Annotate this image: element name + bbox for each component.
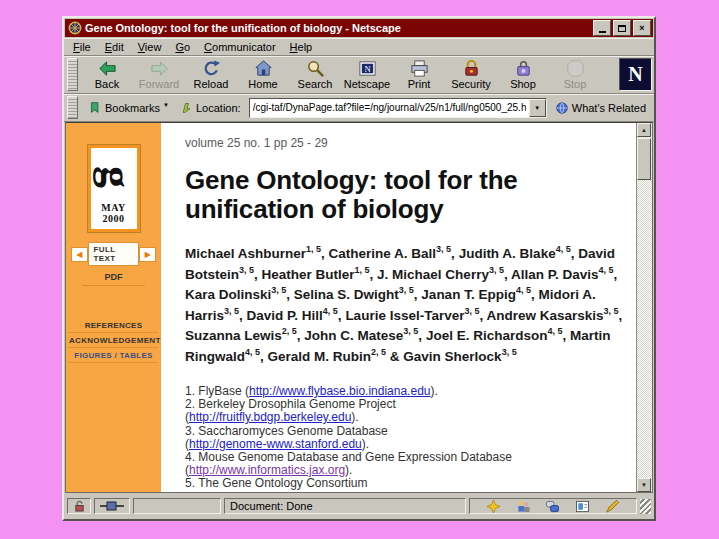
- author-affiliation-sup: 3, 5: [239, 265, 254, 275]
- resize-grip[interactable]: [640, 499, 651, 514]
- minimize-button[interactable]: [593, 20, 611, 36]
- url-input[interactable]: [250, 102, 529, 113]
- home-icon: [254, 59, 273, 78]
- menu-help[interactable]: Help: [283, 40, 320, 54]
- forward-button: Forward: [133, 58, 185, 92]
- next-article-button[interactable]: ▶: [139, 247, 156, 262]
- reload-icon: [202, 59, 221, 78]
- scroll-up-button[interactable]: ▲: [637, 123, 651, 137]
- security-button[interactable]: Security: [445, 58, 497, 92]
- issue-year: 2000: [103, 213, 125, 224]
- footnote-text: 1. FlyBase (: [185, 384, 249, 398]
- left-arrow-icon: ◀: [76, 250, 82, 259]
- close-button[interactable]: ×: [633, 20, 651, 36]
- search-icon: [306, 59, 325, 78]
- menu-view[interactable]: View: [131, 40, 169, 54]
- home-button[interactable]: Home: [237, 58, 289, 92]
- sidebar-link-references[interactable]: REFERENCES: [69, 318, 158, 333]
- full-text-tab[interactable]: FULL TEXT: [88, 242, 140, 266]
- author-affiliation-sup: 3, 5: [464, 306, 479, 316]
- whats-related-button[interactable]: What's Related: [551, 99, 650, 117]
- author-affiliation-sup: 3, 5: [436, 244, 451, 254]
- volume-issue-line: volume 25 no. 1 pp 25 - 29: [185, 136, 632, 150]
- toolbar-grip[interactable]: [67, 58, 78, 91]
- inbox-icon[interactable]: [517, 500, 530, 513]
- journal-cover-logo[interactable]: g MAY 2000: [88, 145, 140, 232]
- security-lock-icon: [462, 59, 481, 78]
- author-name: Laurie Issel-Tarver: [345, 307, 464, 322]
- chevron-down-icon: ▼: [163, 102, 169, 108]
- menu-go[interactable]: Go: [168, 40, 197, 54]
- security-status-button[interactable]: [67, 498, 91, 514]
- print-button[interactable]: Print: [393, 58, 445, 92]
- author-affiliation-sup: 4, 5: [598, 265, 613, 275]
- hyperlink[interactable]: http://fruitfly.bdgp.berkeley.edu: [189, 410, 351, 424]
- footnote-text: 4. Mouse Genome Database and Gene Expres…: [185, 450, 512, 464]
- author-list: Michael Ashburner1, 5, Catherine A. Ball…: [185, 241, 632, 364]
- author-name: Joel E. Richardson: [426, 328, 548, 343]
- document-status: Document: Done: [224, 498, 466, 514]
- discussions-icon[interactable]: [546, 500, 559, 513]
- footnote-line: Correspondence should be addressed to J …: [185, 491, 632, 492]
- previous-article-button[interactable]: ◀: [71, 247, 88, 262]
- stop-icon: [566, 59, 585, 78]
- author-affiliation-sup: 4, 5: [245, 347, 260, 357]
- down-arrow-icon: ▼: [641, 482, 647, 488]
- address-book-icon[interactable]: [576, 500, 589, 513]
- menu-communicator[interactable]: Communicator: [197, 40, 283, 54]
- maximize-button[interactable]: [613, 20, 631, 36]
- reload-button[interactable]: Reload: [185, 58, 237, 92]
- author-name: Michael Ashburner: [185, 246, 306, 261]
- author-affiliation-sup: 4, 5: [323, 306, 338, 316]
- sidebar-link-figures-tables[interactable]: FIGURES / TABLES: [69, 348, 158, 363]
- shop-button[interactable]: Shop: [497, 58, 549, 92]
- author-affiliation-sup: 4, 5: [547, 326, 562, 336]
- back-button[interactable]: Back: [81, 58, 133, 92]
- hyperlink[interactable]: http://genome-www.stanford.edu: [189, 437, 362, 451]
- menu-file[interactable]: File: [66, 40, 98, 54]
- hyperlink[interactable]: http://www.flybase.bio.indiana.edu: [249, 384, 430, 398]
- author-name: Allan P. Davis: [511, 266, 599, 281]
- footnote-text: ).: [345, 463, 352, 477]
- netscape-icon: N: [358, 59, 377, 78]
- menu-edit[interactable]: Edit: [98, 40, 131, 54]
- menu-bar: File Edit View Go Communicator Help: [64, 38, 654, 56]
- hyperlink-visited[interactable]: http://www.informatics.jax.org: [189, 463, 345, 477]
- composer-icon[interactable]: [606, 500, 619, 513]
- article-nav-row: ◀ FULL TEXT ▶: [71, 242, 156, 266]
- scrollbar-thumb[interactable]: [637, 138, 651, 180]
- sidebar-link-acknowledgements[interactable]: ACKNOWLEDGEMENTS: [69, 333, 158, 348]
- author-affiliation-sup: 2, 5: [371, 347, 386, 357]
- author-affiliation-sup: 4, 5: [556, 244, 571, 254]
- scroll-down-button[interactable]: ▼: [637, 478, 651, 492]
- plug-icon: [100, 501, 124, 511]
- author-affiliation-sup: 3, 5: [489, 265, 504, 275]
- component-taskbar: [469, 498, 637, 514]
- author-name: Heather Butler: [262, 266, 355, 281]
- footnote-text: 2. Berkeley Drosophila Genome Project: [185, 397, 396, 411]
- footnote-text: ).: [362, 437, 369, 451]
- navigation-toolbar: Back Forward Reload Home: [64, 56, 654, 94]
- footnote-bold-text: Correspondence should be addressed: [185, 490, 404, 492]
- navigator-icon[interactable]: [487, 500, 500, 513]
- location-label: Location:: [177, 100, 245, 116]
- shop-bag-icon: [514, 59, 533, 78]
- netscape-window: Gene Ontology: tool for the unification …: [62, 16, 656, 521]
- footnote-text: to J M Cherry.: [404, 490, 482, 492]
- connection-status-indicator: [94, 498, 130, 514]
- author-name: Janan T. Eppig: [421, 287, 516, 302]
- pdf-link[interactable]: PDF: [82, 270, 145, 286]
- vertical-scrollbar[interactable]: ▲ ▼: [636, 123, 652, 492]
- bookmarks-button[interactable]: Bookmarks ▼: [85, 99, 173, 116]
- author-name: Judith A. Blake: [459, 246, 556, 261]
- title-bar[interactable]: Gene Ontology: tool for the unification …: [65, 19, 653, 37]
- right-arrow-icon: ▶: [145, 250, 151, 259]
- netscape-button[interactable]: N Netscape: [341, 58, 393, 92]
- author-affiliation-sup: 3, 5: [403, 326, 418, 336]
- url-dropdown-button[interactable]: ▼: [529, 99, 546, 117]
- article-title-line-1: Gene Ontology: tool for the: [185, 166, 632, 195]
- status-bar: Document: Done: [64, 493, 654, 519]
- toolbar-grip[interactable]: [67, 96, 78, 119]
- search-button[interactable]: Search: [289, 58, 341, 92]
- netscape-n-logo[interactable]: N: [619, 58, 652, 91]
